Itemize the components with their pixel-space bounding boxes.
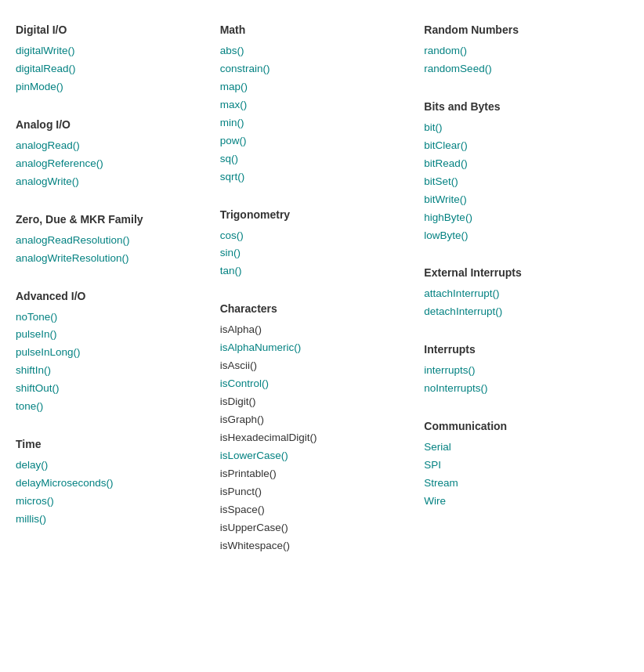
link-highbyte[interactable]: highByte() (424, 209, 620, 227)
section-title-characters: Characters (220, 302, 417, 315)
link-nointerrupts[interactable]: noInterrupts() (424, 380, 620, 398)
section-title-time: Time (16, 438, 212, 450)
link-bitread[interactable]: bitRead() (424, 155, 620, 173)
link-abs[interactable]: abs() (220, 42, 417, 60)
link-lowbyte[interactable]: lowByte() (424, 227, 620, 245)
link-bitwrite[interactable]: bitWrite() (424, 191, 620, 209)
link-randomseed[interactable]: randomSeed() (424, 60, 620, 78)
link-shiftin[interactable]: shiftIn() (16, 362, 212, 380)
link-serial[interactable]: Serial (424, 439, 620, 457)
section-random-numbers: Random Numbersrandom()randomSeed() (424, 23, 620, 78)
section-title-advanced-io: Advanced I/O (16, 290, 212, 302)
section-title-zero-due-mkr: Zero, Due & MKR Family (16, 213, 212, 226)
section-title-trigonometry: Trigonometry (220, 208, 417, 221)
section-communication: CommunicationSerialSPIStreamWire (424, 420, 620, 511)
section-characters: CharactersisAlpha()isAlphaNumeric()isAsc… (220, 302, 417, 555)
link-detachinterrupt[interactable]: detachInterrupt() (424, 303, 620, 321)
link-digitalread[interactable]: digitalRead() (16, 60, 212, 78)
link-constrain[interactable]: constrain() (220, 60, 417, 78)
link-sq[interactable]: sq() (220, 150, 417, 168)
section-zero-due-mkr: Zero, Due & MKR FamilyanalogReadResoluti… (16, 213, 212, 268)
section-external-interrupts: External InterruptsattachInterrupt()deta… (424, 266, 620, 321)
text-isuppercase: isUpperCase() (220, 519, 417, 537)
link-analogwrite[interactable]: analogWrite() (16, 173, 212, 191)
link-iscontrol[interactable]: isControl() (220, 375, 417, 393)
link-islowercase[interactable]: isLowerCase() (220, 447, 417, 465)
link-analogreadresolution[interactable]: analogReadResolution() (16, 232, 212, 250)
link-notone[interactable]: noTone() (16, 309, 212, 327)
text-ispunct: isPunct() (220, 483, 417, 501)
link-pulsein[interactable]: pulseIn() (16, 326, 212, 344)
section-interrupts: Interruptsinterrupts()noInterrupts() (424, 343, 620, 398)
link-bit[interactable]: bit() (424, 119, 620, 137)
section-title-digital-io: Digital I/O (16, 23, 212, 36)
link-pow[interactable]: pow() (220, 132, 417, 150)
link-delaymicroseconds[interactable]: delayMicroseconds() (16, 475, 212, 493)
link-wire[interactable]: Wire (424, 493, 620, 511)
section-time: Timedelay()delayMicroseconds()micros()mi… (16, 438, 212, 529)
link-min[interactable]: min() (220, 114, 417, 132)
text-isspace: isSpace() (220, 501, 417, 519)
link-sin[interactable]: sin() (220, 244, 417, 262)
section-title-random-numbers: Random Numbers (424, 23, 620, 36)
link-isalphanumeric[interactable]: isAlphaNumeric() (220, 339, 417, 357)
section-title-math: Math (220, 23, 417, 36)
link-random[interactable]: random() (424, 42, 620, 60)
column-col3: Random Numbersrandom()randomSeed()Bits a… (424, 23, 628, 533)
section-advanced-io: Advanced I/OnoTone()pulseIn()pulseInLong… (16, 290, 212, 417)
text-ishexadecimaldigit: isHexadecimalDigit() (220, 429, 417, 447)
section-analog-io: Analog I/OanalogRead()analogReference()a… (16, 118, 212, 191)
section-title-communication: Communication (424, 420, 620, 432)
link-tone[interactable]: tone() (16, 398, 212, 416)
section-title-analog-io: Analog I/O (16, 118, 212, 131)
link-analogreference[interactable]: analogReference() (16, 155, 212, 173)
link-millis[interactable]: millis() (16, 511, 212, 529)
link-bitset[interactable]: bitSet() (424, 173, 620, 191)
text-iswhitespace: isWhitespace() (220, 537, 417, 555)
link-attachinterrupt[interactable]: attachInterrupt() (424, 285, 620, 303)
link-tan[interactable]: tan() (220, 262, 417, 280)
column-col1: Digital I/OdigitalWrite()digitalRead()pi… (16, 23, 220, 551)
link-pinmode[interactable]: pinMode() (16, 78, 212, 96)
link-analogwriteresolution[interactable]: analogWriteResolution() (16, 250, 212, 268)
link-shiftout[interactable]: shiftOut() (16, 380, 212, 398)
link-sqrt[interactable]: sqrt() (220, 168, 417, 186)
main-content: Digital I/OdigitalWrite()digitalRead()pi… (16, 23, 628, 577)
section-bits-and-bytes: Bits and Bytesbit()bitClear()bitRead()bi… (424, 100, 620, 245)
link-pulseinlong[interactable]: pulseInLong() (16, 344, 212, 362)
column-col2: Mathabs()constrain()map()max()min()pow()… (220, 23, 425, 577)
section-title-interrupts: Interrupts (424, 343, 620, 356)
section-trigonometry: Trigonometrycos()sin()tan() (220, 208, 417, 281)
link-spi[interactable]: SPI (424, 457, 620, 475)
link-micros[interactable]: micros() (16, 493, 212, 511)
text-isgraph: isGraph() (220, 411, 417, 429)
link-digitalwrite[interactable]: digitalWrite() (16, 42, 212, 60)
section-math: Mathabs()constrain()map()max()min()pow()… (220, 23, 417, 186)
link-map[interactable]: map() (220, 78, 417, 96)
link-interrupts[interactable]: interrupts() (424, 362, 620, 380)
text-isprintable: isPrintable() (220, 465, 417, 483)
section-title-bits-and-bytes: Bits and Bytes (424, 100, 620, 113)
link-bitclear[interactable]: bitClear() (424, 137, 620, 155)
section-title-external-interrupts: External Interrupts (424, 266, 620, 279)
text-isalpha: isAlpha() (220, 321, 417, 339)
text-isdigit: isDigit() (220, 393, 417, 411)
link-stream[interactable]: Stream (424, 475, 620, 493)
link-analogread[interactable]: analogRead() (16, 137, 212, 155)
link-max[interactable]: max() (220, 96, 417, 114)
text-isascii: isAscii() (220, 357, 417, 375)
link-cos[interactable]: cos() (220, 227, 417, 245)
link-delay[interactable]: delay() (16, 457, 212, 475)
section-digital-io: Digital I/OdigitalWrite()digitalRead()pi… (16, 23, 212, 96)
